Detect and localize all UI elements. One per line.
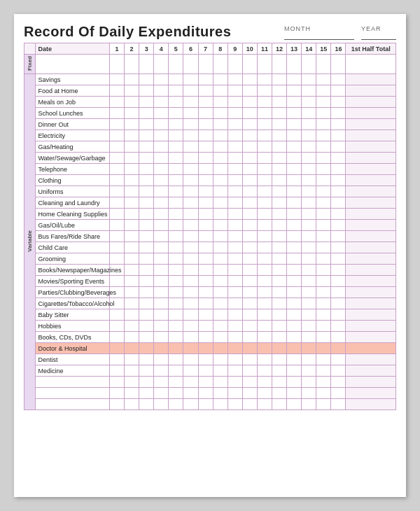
data-cell[interactable] — [109, 377, 124, 388]
data-cell[interactable] — [183, 399, 198, 410]
data-cell[interactable] — [287, 164, 302, 175]
data-cell[interactable] — [257, 309, 272, 321]
data-cell[interactable] — [257, 399, 272, 410]
data-cell[interactable] — [198, 130, 213, 141]
data-cell[interactable] — [169, 265, 183, 276]
data-cell[interactable] — [331, 130, 346, 141]
data-cell[interactable] — [109, 253, 124, 265]
data-cell[interactable] — [139, 141, 154, 153]
data-cell[interactable] — [183, 298, 198, 309]
data-cell[interactable] — [154, 321, 169, 332]
data-cell[interactable] — [183, 141, 198, 153]
data-cell[interactable] — [272, 332, 286, 343]
data-cell[interactable] — [213, 231, 227, 242]
data-cell[interactable] — [257, 287, 272, 298]
data-cell[interactable] — [316, 343, 331, 354]
data-cell[interactable] — [183, 231, 198, 242]
data-cell[interactable] — [125, 97, 139, 108]
total-cell[interactable] — [346, 365, 396, 377]
data-cell[interactable] — [287, 343, 302, 354]
data-cell[interactable] — [287, 309, 302, 321]
data-cell[interactable] — [198, 377, 213, 388]
data-cell[interactable] — [183, 365, 198, 377]
data-cell[interactable] — [198, 343, 213, 354]
data-cell[interactable] — [227, 332, 242, 343]
data-cell[interactable] — [316, 265, 331, 276]
data-cell[interactable] — [302, 220, 316, 231]
data-cell[interactable] — [183, 354, 198, 365]
data-cell[interactable] — [242, 97, 257, 108]
data-cell[interactable] — [183, 153, 198, 164]
data-cell[interactable] — [272, 153, 286, 164]
data-cell[interactable] — [272, 377, 286, 388]
data-cell[interactable] — [109, 153, 124, 164]
data-cell[interactable] — [169, 276, 183, 287]
data-cell[interactable] — [183, 220, 198, 231]
data-cell[interactable] — [125, 253, 139, 265]
data-cell[interactable] — [169, 231, 183, 242]
data-cell[interactable] — [139, 55, 154, 74]
data-cell[interactable] — [331, 141, 346, 153]
data-cell[interactable] — [198, 332, 213, 343]
data-cell[interactable] — [109, 108, 124, 119]
data-cell[interactable] — [331, 287, 346, 298]
data-cell[interactable] — [316, 276, 331, 287]
data-cell[interactable] — [198, 209, 213, 220]
data-cell[interactable] — [139, 242, 154, 253]
total-cell[interactable] — [346, 74, 396, 85]
data-cell[interactable] — [125, 85, 139, 97]
data-cell[interactable] — [198, 276, 213, 287]
data-cell[interactable] — [257, 186, 272, 197]
data-cell[interactable] — [109, 231, 124, 242]
data-cell[interactable] — [302, 377, 316, 388]
data-cell[interactable] — [154, 332, 169, 343]
data-cell[interactable] — [213, 85, 227, 97]
data-cell[interactable] — [169, 287, 183, 298]
data-cell[interactable] — [198, 388, 213, 399]
data-cell[interactable] — [242, 309, 257, 321]
data-cell[interactable] — [242, 186, 257, 197]
data-cell[interactable] — [125, 377, 139, 388]
data-cell[interactable] — [109, 141, 124, 153]
data-cell[interactable] — [125, 354, 139, 365]
data-cell[interactable] — [183, 85, 198, 97]
data-cell[interactable] — [198, 265, 213, 276]
data-cell[interactable] — [242, 388, 257, 399]
data-cell[interactable] — [272, 97, 286, 108]
data-cell[interactable] — [154, 309, 169, 321]
data-cell[interactable] — [272, 130, 286, 141]
data-cell[interactable] — [302, 399, 316, 410]
total-cell[interactable] — [346, 97, 396, 108]
data-cell[interactable] — [154, 399, 169, 410]
data-cell[interactable] — [331, 265, 346, 276]
data-cell[interactable] — [227, 365, 242, 377]
data-cell[interactable] — [139, 85, 154, 97]
data-cell[interactable] — [125, 175, 139, 186]
data-cell[interactable] — [302, 298, 316, 309]
data-cell[interactable] — [154, 55, 169, 74]
data-cell[interactable] — [213, 343, 227, 354]
data-cell[interactable] — [213, 141, 227, 153]
data-cell[interactable] — [213, 130, 227, 141]
data-cell[interactable] — [302, 365, 316, 377]
data-cell[interactable] — [125, 74, 139, 85]
data-cell[interactable] — [169, 298, 183, 309]
data-cell[interactable] — [109, 343, 124, 354]
data-cell[interactable] — [154, 287, 169, 298]
data-cell[interactable] — [183, 332, 198, 343]
data-cell[interactable] — [183, 388, 198, 399]
data-cell[interactable] — [109, 97, 124, 108]
data-cell[interactable] — [331, 97, 346, 108]
data-cell[interactable] — [302, 276, 316, 287]
data-cell[interactable] — [242, 209, 257, 220]
data-cell[interactable] — [316, 197, 331, 209]
data-cell[interactable] — [198, 253, 213, 265]
data-cell[interactable] — [302, 209, 316, 220]
data-cell[interactable] — [198, 108, 213, 119]
data-cell[interactable] — [154, 388, 169, 399]
data-cell[interactable] — [109, 130, 124, 141]
total-cell[interactable] — [346, 141, 396, 153]
data-cell[interactable] — [302, 85, 316, 97]
data-cell[interactable] — [125, 276, 139, 287]
data-cell[interactable] — [125, 220, 139, 231]
